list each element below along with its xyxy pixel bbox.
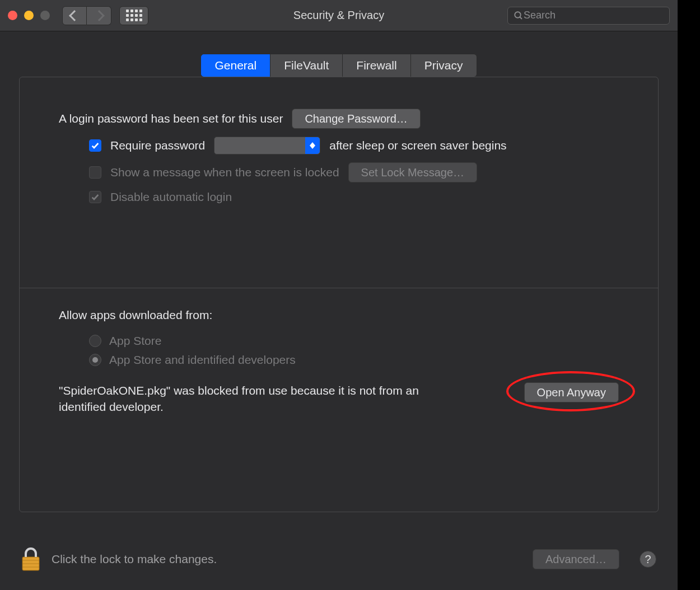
tab-firewall[interactable]: Firewall (342, 54, 410, 77)
change-password-button[interactable]: Change Password… (292, 109, 420, 129)
chevron-right-icon (94, 10, 105, 21)
show-message-label: Show a message when the screen is locked (110, 166, 339, 179)
show-message-checkbox (89, 166, 101, 179)
tab-privacy[interactable]: Privacy (410, 54, 477, 77)
titlebar: Security & Privacy (0, 0, 678, 31)
divider (20, 288, 658, 288)
svg-line-1 (520, 17, 522, 19)
grid-icon (126, 10, 142, 21)
login-password-label: A login password has been set for this u… (59, 112, 283, 125)
radio-app-store-label: App Store (109, 334, 161, 348)
blocked-app-message: "SpiderOakONE.pkg" was blocked from use … (59, 382, 468, 415)
close-window-button[interactable] (8, 11, 17, 20)
require-password-delay-popup[interactable] (214, 137, 320, 154)
content-area: General FileVault Firewall Privacy A log… (0, 31, 678, 512)
svg-point-0 (515, 12, 521, 18)
disable-auto-login-label: Disable automatic login (110, 190, 232, 204)
zoom-window-button[interactable] (40, 11, 50, 20)
require-password-label: Require password (110, 139, 205, 152)
general-panel: A login password has been set for this u… (19, 77, 659, 512)
back-button[interactable] (62, 6, 87, 25)
search-icon (514, 11, 524, 21)
lock-icon[interactable] (21, 547, 40, 572)
tab-filevault[interactable]: FileVault (270, 54, 342, 77)
system-preferences-window: Security & Privacy General FileVault Fir… (0, 0, 678, 590)
set-lock-message-button: Set Lock Message… (348, 162, 478, 182)
open-anyway-button[interactable]: Open Anyway (524, 382, 619, 402)
minimize-window-button[interactable] (24, 11, 34, 20)
after-sleep-label: after sleep or screen saver begins (329, 139, 506, 152)
search-input[interactable] (524, 10, 664, 21)
nav-buttons (62, 6, 111, 25)
chevron-left-icon (69, 10, 80, 21)
radio-app-store (89, 335, 101, 347)
forward-button[interactable] (87, 6, 111, 25)
svg-marker-3 (310, 146, 315, 149)
tab-general[interactable]: General (200, 54, 270, 77)
radio-identified-developers (89, 354, 101, 366)
advanced-button[interactable]: Advanced… (533, 549, 619, 569)
allow-apps-heading: Allow apps downloaded from: (59, 308, 619, 322)
tab-bar: General FileVault Firewall Privacy (19, 54, 659, 77)
window-controls (8, 11, 50, 20)
help-button[interactable]: ? (640, 551, 656, 568)
search-field[interactable] (507, 7, 670, 25)
show-all-button[interactable] (119, 6, 148, 25)
radio-identified-developers-label: App Store and identified developers (109, 353, 296, 367)
footer: Click the lock to make changes. Advanced… (0, 528, 678, 590)
lock-hint-text: Click the lock to make changes. (52, 552, 217, 566)
require-password-checkbox[interactable] (89, 139, 101, 152)
disable-auto-login-checkbox (89, 191, 101, 203)
popup-arrows-icon (305, 137, 320, 154)
